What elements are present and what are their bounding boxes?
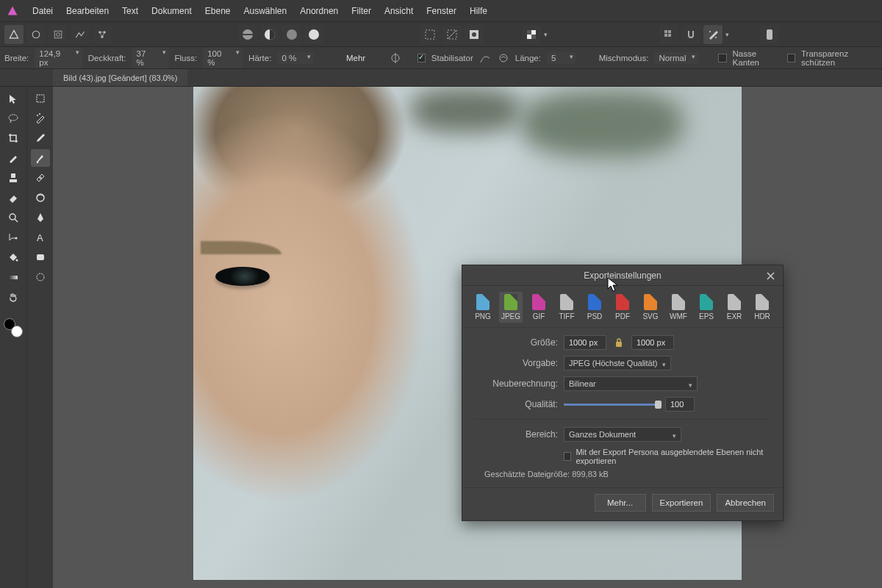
text-tool-icon[interactable]: A (31, 229, 50, 246)
eyedropper-tool-icon[interactable] (31, 129, 50, 147)
stabilizer-rope-icon[interactable] (479, 51, 492, 65)
cancel-button[interactable]: Abbrechen (717, 494, 774, 512)
more-button[interactable]: Mehr... (595, 494, 646, 512)
toolbar-dd-caret-icon[interactable]: ▾ (544, 31, 548, 38)
color-wells[interactable] (4, 318, 23, 337)
format-wmf[interactable]: WMF (667, 292, 690, 323)
menu-dokument[interactable]: Dokument (151, 6, 192, 16)
area-dropdown[interactable]: Ganzes Dokument (564, 427, 681, 442)
format-psd[interactable]: PSD (583, 292, 606, 323)
format-exr[interactable]: EXR (723, 292, 746, 323)
preset-dropdown[interactable]: JPEG (Höchste Qualität) (564, 356, 671, 370)
eraser-tool-icon[interactable] (4, 189, 23, 207)
menu-hilfe[interactable]: Hilfe (470, 6, 487, 16)
marquee-tool-icon[interactable] (31, 90, 50, 107)
dialog-titlebar[interactable]: Exporteinstellungen (462, 265, 783, 286)
format-pdf[interactable]: PDF (611, 292, 634, 323)
protect-alpha-checkbox[interactable] (787, 54, 795, 62)
quality-slider[interactable] (564, 399, 659, 409)
stabilizer-label: Stabilisator (431, 54, 473, 62)
export-button[interactable]: Exportieren (652, 494, 711, 512)
stamp-tool-icon[interactable] (4, 169, 23, 187)
toolbar-swatch-icon[interactable] (522, 25, 541, 44)
resample-dropdown[interactable]: Bilinear (564, 376, 698, 391)
node-tool-icon[interactable] (4, 229, 23, 246)
menu-bearbeiten[interactable]: Bearbeiten (66, 6, 109, 16)
heal-tool-icon[interactable] (31, 169, 50, 187)
file-eps-icon (700, 294, 713, 310)
toolbar-snap-icon[interactable] (681, 25, 700, 44)
hand-tool-icon[interactable] (4, 288, 23, 306)
persona-liquify-icon[interactable] (26, 25, 46, 44)
gradient-tool-icon[interactable] (4, 268, 23, 286)
toolbar-dd-caret2-icon[interactable]: ▾ (725, 31, 729, 38)
size-label: Größe: (476, 337, 558, 348)
svg-marker-1 (10, 30, 18, 37)
file-svg-icon (644, 294, 657, 310)
document-tab[interactable]: Bild (43).jpg [Geändert] (83.0%) (53, 69, 187, 86)
menu-ansicht[interactable]: Ansicht (384, 6, 413, 16)
size-height-input[interactable]: 1000 px (631, 335, 674, 350)
hide-layers-label: Mit der Export Persona ausgeblendete Ebe… (576, 448, 770, 465)
view-tool-icon[interactable] (31, 268, 50, 286)
lasso-tool-icon[interactable] (4, 110, 23, 127)
move-tool-icon[interactable] (4, 90, 23, 107)
format-tiff[interactable]: TIFF (555, 292, 578, 323)
stabilizer-window-icon[interactable] (497, 51, 509, 65)
shape-tool-icon[interactable] (31, 248, 50, 266)
menu-anordnen[interactable]: Anordnen (300, 6, 338, 16)
format-svg[interactable]: SVG (639, 292, 662, 323)
close-icon[interactable] (764, 269, 777, 282)
blend-value[interactable]: Normal (654, 52, 698, 64)
persona-develop-icon[interactable] (49, 25, 68, 44)
hardness-value[interactable]: 0 % (277, 52, 314, 64)
quality-value-input[interactable]: 100 (665, 397, 695, 412)
toolbar-contrast-icon[interactable] (260, 25, 279, 44)
toolbar-assistant-icon[interactable] (703, 25, 723, 44)
svg-point-34 (10, 214, 15, 220)
menu-datei[interactable]: Datei (32, 6, 53, 16)
lock-icon[interactable] (612, 336, 625, 349)
width-value[interactable]: 124,9 px (35, 48, 82, 68)
symmetry-icon[interactable] (390, 51, 402, 65)
burn-tool-icon[interactable] (31, 189, 50, 207)
more-button[interactable]: Mehr (346, 54, 365, 62)
dialog-title: Exporteinstellungen (584, 270, 661, 281)
hide-layers-checkbox[interactable] (564, 452, 571, 461)
paint-brush-tool-icon[interactable] (31, 149, 50, 167)
menu-filter[interactable]: Filter (351, 6, 371, 16)
toolbar-selection1-icon[interactable] (420, 25, 440, 44)
zoom-tool-icon[interactable] (4, 209, 23, 226)
toolbar-circle1-icon[interactable] (238, 25, 257, 44)
persona-photo-icon[interactable] (4, 25, 24, 44)
menu-auswaehlen[interactable]: Auswählen (243, 6, 287, 16)
format-gif[interactable]: GIF (527, 292, 551, 323)
toolbar-quickmask-icon[interactable] (465, 25, 484, 44)
toolbar-grid-icon[interactable] (659, 25, 678, 44)
persona-tone-icon[interactable] (71, 25, 90, 44)
fill-tool-icon[interactable] (4, 248, 23, 266)
toolbar-selection2-icon[interactable] (442, 25, 462, 44)
wet-edges-checkbox[interactable] (718, 54, 726, 62)
brush-tool-icon[interactable] (4, 149, 23, 167)
format-eps[interactable]: EPS (695, 292, 718, 323)
menu-ebene[interactable]: Ebene (205, 6, 231, 16)
format-png[interactable]: PNG (471, 292, 495, 323)
stabilizer-checkbox[interactable] (417, 54, 426, 62)
format-hdr[interactable]: HDR (750, 292, 774, 323)
menu-text[interactable]: Text (122, 6, 138, 16)
length-value[interactable]: 5 (547, 52, 576, 64)
menu-fenster[interactable]: Fenster (426, 6, 456, 16)
flood-select-tool-icon[interactable] (31, 110, 50, 127)
opacity-value[interactable]: 37 % (132, 48, 169, 68)
format-jpeg[interactable]: JPEG (499, 292, 523, 323)
pen-tool-icon[interactable] (31, 209, 50, 226)
size-width-input[interactable]: 1000 px (564, 335, 606, 350)
toolbar-circle3-icon[interactable] (282, 25, 301, 44)
crop-tool-icon[interactable] (4, 129, 23, 147)
persona-export-icon[interactable] (93, 25, 112, 44)
svg-line-35 (15, 219, 18, 222)
toolbar-help-icon[interactable] (760, 25, 779, 44)
toolbar-circle4-icon[interactable] (304, 25, 323, 44)
flow-value[interactable]: 100 % (203, 48, 243, 68)
